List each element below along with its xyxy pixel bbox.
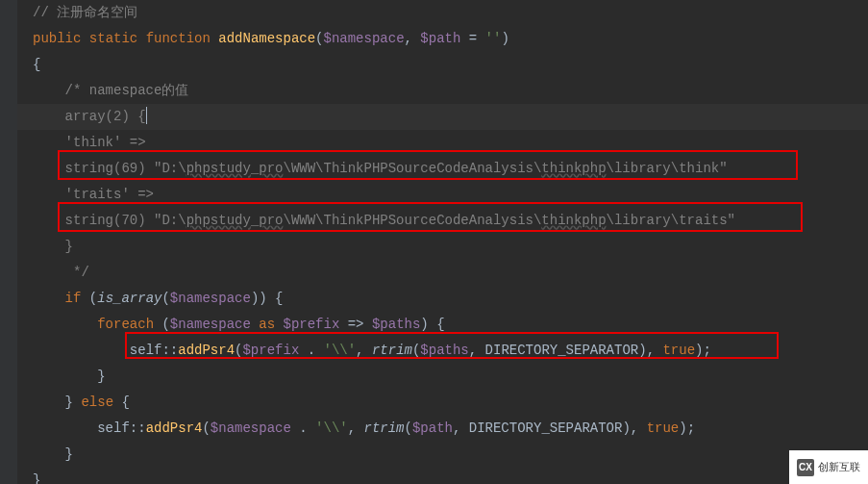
- watermark-text: 创新互联: [818, 454, 860, 480]
- code-line: 'think' =>: [33, 130, 868, 156]
- code-line: // 注册命名空间: [33, 0, 868, 26]
- code-line: /* namespace的值: [33, 78, 868, 104]
- code-line: {: [33, 52, 868, 78]
- watermark-badge: CX 创新互联: [789, 450, 868, 484]
- code-line: public static function addNamespace($nam…: [33, 26, 868, 52]
- code-line: */: [33, 260, 868, 286]
- code-line: array(2) {: [33, 104, 868, 130]
- code-editor[interactable]: // 注册命名空间 public static function addName…: [0, 0, 868, 484]
- code-line: }: [33, 442, 868, 468]
- code-line: self::addPsr4($namespace . '\\', rtrim($…: [33, 416, 868, 442]
- code-line: string(70) "D:\phpstudy_pro\WWW\ThinkPHP…: [33, 208, 868, 234]
- watermark-icon: CX: [797, 459, 814, 476]
- code-line: self::addPsr4($prefix . '\\', rtrim($pat…: [33, 338, 868, 364]
- code-line: 'traits' =>: [33, 182, 868, 208]
- code-line: }: [33, 234, 868, 260]
- code-line: } else {: [33, 390, 868, 416]
- code-line: if (is_array($namespace)) {: [33, 286, 868, 312]
- text-cursor: [146, 107, 147, 124]
- code-line: }: [33, 364, 868, 390]
- code-line: }: [33, 468, 868, 484]
- code-line: string(69) "D:\phpstudy_pro\WWW\ThinkPHP…: [33, 156, 868, 182]
- code-line: foreach ($namespace as $prefix => $paths…: [33, 312, 868, 338]
